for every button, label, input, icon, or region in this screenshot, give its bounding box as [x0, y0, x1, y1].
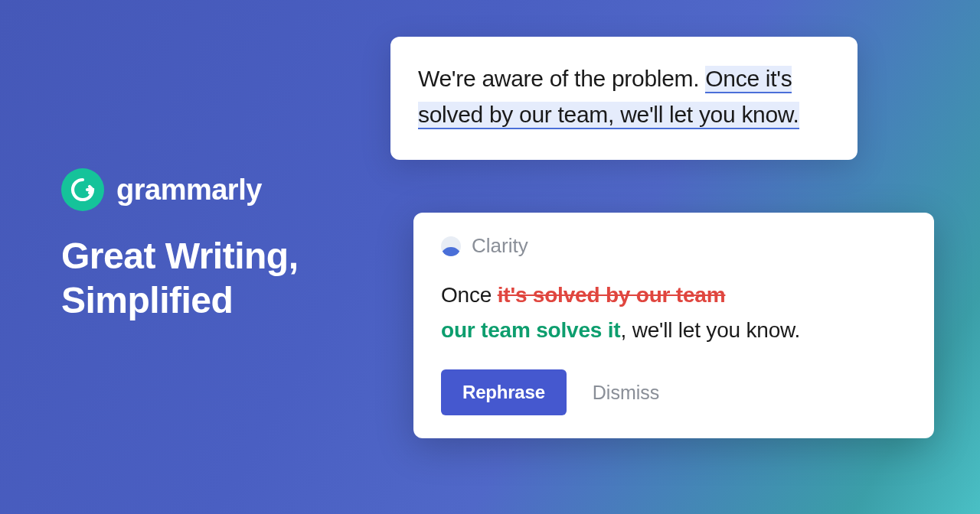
- tagline-line-2: Simplified: [61, 280, 233, 320]
- logo-row: grammarly: [61, 168, 298, 211]
- suggestion-replacement: our team solves it: [441, 318, 620, 342]
- brand-panel: grammarly Great Writing, Simplified: [61, 168, 298, 322]
- clarity-icon: [441, 236, 461, 256]
- suggestion-prefix: Once: [441, 283, 498, 307]
- suggestion-category-label: Clarity: [472, 234, 528, 258]
- sample-text: We're aware of the problem. Once it's so…: [418, 61, 830, 132]
- tagline: Great Writing, Simplified: [61, 234, 298, 322]
- brand-name: grammarly: [116, 174, 262, 207]
- rephrase-button[interactable]: Rephrase: [441, 369, 567, 415]
- dismiss-button[interactable]: Dismiss: [593, 382, 660, 404]
- suggestion-category-row: Clarity: [441, 234, 906, 258]
- suggestion-text: Once it's solved by our teamour team sol…: [441, 278, 906, 348]
- tagline-line-1: Great Writing,: [61, 236, 298, 276]
- grammarly-logo-icon: [61, 168, 104, 211]
- suggestion-strike: it's solved by our team: [498, 283, 726, 307]
- action-row: Rephrase Dismiss: [441, 369, 906, 415]
- sample-plain: We're aware of the problem.: [418, 66, 705, 91]
- suggestion-suffix: , we'll let you know.: [620, 318, 800, 342]
- sample-text-card: We're aware of the problem. Once it's so…: [390, 37, 858, 160]
- suggestion-card: Clarity Once it's solved by our teamour …: [413, 213, 934, 438]
